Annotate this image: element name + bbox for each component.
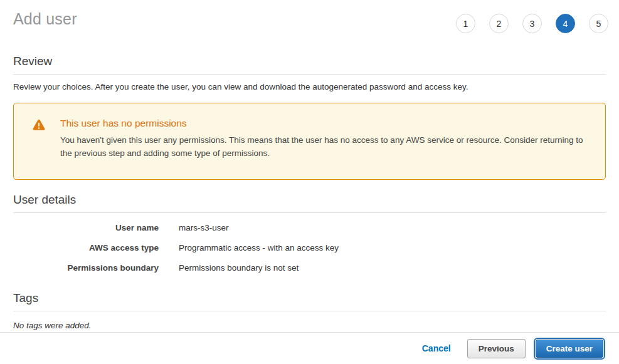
- tags-section-divider: [13, 311, 606, 311]
- step-5: 5: [589, 14, 608, 33]
- warning-title: This user has no permissions: [60, 118, 586, 129]
- permissions-boundary-value: Permissions boundary is not set: [179, 263, 299, 273]
- permissions-boundary-label: Permissions boundary: [13, 263, 159, 273]
- step-2: 2: [489, 14, 509, 33]
- aws-access-type-row: AWS access type Programmatic access - wi…: [13, 243, 606, 252]
- main-content: Review Review your choices. After you cr…: [0, 55, 619, 330]
- warning-triangle-icon: [33, 118, 60, 164]
- permissions-boundary-row: Permissions boundary Permissions boundar…: [13, 263, 606, 273]
- create-user-button[interactable]: Create user: [536, 340, 603, 358]
- user-name-row: User name mars-s3-user: [13, 223, 606, 232]
- wizard-footer: Cancel Previous Create user: [0, 332, 619, 364]
- warning-body: You haven't given this user any permissi…: [60, 133, 586, 160]
- step-1: 1: [456, 14, 475, 33]
- review-section-heading: Review: [13, 55, 606, 68]
- wizard-step-indicator: 1 2 3 4 5: [456, 14, 608, 33]
- review-section-divider: [13, 74, 606, 75]
- aws-access-type-label: AWS access type: [13, 243, 159, 252]
- step-3-number: 3: [530, 19, 535, 29]
- aws-access-type-value: Programmatic access - with an access key: [179, 243, 339, 252]
- user-details-rows: User name mars-s3-user AWS access type P…: [13, 223, 606, 273]
- cancel-link[interactable]: Cancel: [422, 343, 451, 353]
- previous-button[interactable]: Previous: [467, 339, 526, 358]
- step-3: 3: [522, 14, 542, 33]
- tags-section-heading: Tags: [13, 291, 606, 305]
- user-details-section-heading: User details: [13, 193, 606, 207]
- user-name-value: mars-s3-user: [179, 223, 229, 232]
- step-4-number: 4: [563, 19, 568, 29]
- user-details-section-divider: [13, 212, 606, 213]
- step-2-number: 2: [497, 19, 502, 29]
- user-name-label: User name: [13, 223, 159, 232]
- create-user-button-focus-ring: Create user: [534, 338, 605, 360]
- review-description: Review your choices. After you create th…: [13, 82, 606, 91]
- warning-content: This user has no permissions You haven't…: [60, 118, 586, 164]
- no-permissions-warning-box: This user has no permissions You haven't…: [13, 103, 606, 180]
- add-user-wizard-page: Add user 1 2 3 4 5 Review Review your ch…: [0, 0, 619, 364]
- no-tags-message: No tags were added.: [13, 321, 606, 330]
- step-4-active: 4: [556, 14, 575, 33]
- step-1-number: 1: [463, 19, 468, 29]
- step-5-number: 5: [596, 19, 601, 29]
